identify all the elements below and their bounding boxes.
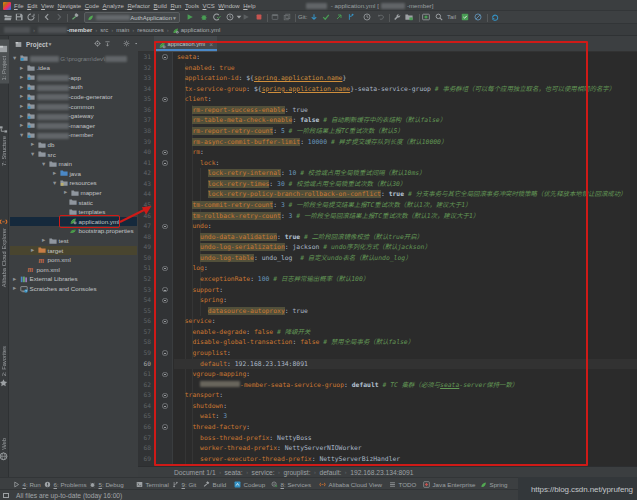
git-update-icon[interactable]	[310, 11, 318, 23]
menu-edit[interactable]: Edit	[27, 3, 37, 9]
code-line-37[interactable]: rm-table-meta-check-enable: false # 自动刷新…	[174, 115, 637, 126]
chevron-collapsed-icon[interactable]: ▸	[20, 92, 23, 100]
chevron-expanded-icon[interactable]: ▾	[53, 179, 56, 187]
tree-item-main[interactable]: ▾main	[10, 159, 138, 169]
tree-item-test[interactable]: ▸test	[10, 236, 138, 246]
back-arrow-icon[interactable]	[43, 11, 51, 23]
tree-item-external-libraries[interactable]: ▸External Libraries	[10, 274, 138, 284]
stripe-alibaba-cloud-explorer[interactable]: Alibaba Cloud Explorer	[0, 212, 9, 290]
tool-folder-icon[interactable]	[405, 11, 413, 23]
fold-marker-icon[interactable]	[162, 224, 168, 230]
breadcrumb-item[interactable]	[4, 27, 30, 33]
tree-item-mapper[interactable]: ▸mapper	[10, 188, 138, 198]
code-line-48[interactable]: undo-data-validation: true # 二阶段回滚镜像校验（默…	[174, 232, 637, 243]
code-line-36[interactable]: rm-report-success-enable: true	[174, 105, 637, 116]
code-line-54[interactable]: spring:	[174, 295, 637, 306]
chevron-collapsed-icon[interactable]: ▸	[13, 284, 16, 292]
locate-target-icon[interactable]	[94, 40, 101, 47]
code-line-53[interactable]: support:	[174, 285, 637, 296]
menu-build[interactable]: Build	[154, 3, 167, 9]
menu-navigate[interactable]: Navigate	[57, 3, 81, 9]
tree-item--app[interactable]: ▸-app	[10, 73, 138, 83]
fold-marker-icon[interactable]	[162, 319, 168, 325]
chevron-expanded-icon[interactable]: ▾	[20, 131, 23, 139]
tree-item--auth[interactable]: ▸-auth	[10, 82, 138, 92]
code-line-62[interactable]: -member-seata-service-gruop: default # T…	[174, 380, 637, 391]
code-line-60[interactable]: default: 192.168.23.134:8091	[174, 359, 637, 370]
git-commit-icon[interactable]	[322, 11, 330, 23]
stripe-7-structure[interactable]: 7: Structure	[0, 120, 9, 169]
code-line-34[interactable]: tx-service-group: ${spring.application.n…	[174, 84, 637, 95]
fold-marker-icon[interactable]	[162, 298, 168, 304]
tree-item--member[interactable]: ▾-member	[10, 130, 138, 140]
chevron-collapsed-icon[interactable]: ▸	[13, 275, 16, 283]
code-line-65[interactable]: wait: 3	[174, 411, 637, 422]
code-line-47[interactable]: undo:	[174, 221, 637, 232]
tree-item-root[interactable]: ▾ G:\program\dev\	[10, 54, 138, 64]
toolwindows-toggle-icon[interactable]	[3, 493, 9, 498]
chevron-collapsed-icon[interactable]: ▸	[20, 73, 23, 81]
terminal-run-icon[interactable]	[422, 11, 430, 23]
run-disabled-icon[interactable]	[242, 11, 250, 23]
copy-tool-icon[interactable]	[283, 11, 291, 23]
code-line-41[interactable]: lock:	[174, 158, 637, 169]
editor-breadcrumb-item[interactable]: default:	[319, 469, 341, 476]
tree-item-resources[interactable]: ▾resources	[10, 178, 138, 188]
fold-marker-icon[interactable]	[162, 97, 168, 103]
code-line-39[interactable]: rm-async-commit-buffer-limit: 10000 # 异步…	[174, 137, 637, 148]
fold-marker-icon[interactable]	[162, 266, 168, 272]
tree-item-pom.xml[interactable]: mpom.xml	[10, 265, 138, 275]
tree-item-.idea[interactable]: ▸.idea	[10, 63, 138, 73]
chevron-expanded-icon[interactable]: ▾	[42, 160, 45, 168]
menu-vcs[interactable]: VCS	[202, 3, 214, 9]
code-line-33[interactable]: application-id: ${spring.application.nam…	[174, 73, 637, 84]
breadcrumb-item[interactable]: -member	[38, 27, 92, 33]
fold-marker-icon[interactable]	[162, 372, 168, 378]
collapse-all-icon[interactable]	[104, 40, 111, 47]
forward-arrow-icon[interactable]	[55, 11, 63, 23]
tree-item--common[interactable]: ▸-common	[10, 102, 138, 112]
code-line-52[interactable]: exceptionRate: 100 # 日志异常输出概率（默认100）	[174, 274, 637, 285]
code-line-68[interactable]: worker-thread-prefix: NettyServerNIOWork…	[174, 443, 637, 454]
fold-marker-icon[interactable]	[162, 287, 168, 293]
tree-item--gateway[interactable]: ▸-gateway	[10, 111, 138, 121]
code-line-50[interactable]: undo-log-table: undo_log # 自定义undo表名（默认u…	[174, 253, 637, 264]
fold-marker-icon[interactable]	[162, 350, 168, 356]
breadcrumb-item[interactable]: main	[116, 27, 129, 33]
menu-file[interactable]: File	[14, 3, 24, 9]
code-line-43[interactable]: lock-retry-times: 30 # 校验或占用全局锁重试次数（默认30…	[174, 179, 637, 190]
code-line-61[interactable]: vgroup-mapping:	[174, 369, 637, 380]
code-line-55[interactable]: datasource-autoproxy: true	[174, 306, 637, 317]
blocked-icon[interactable]	[474, 11, 482, 23]
hide-panel-icon[interactable]	[134, 40, 138, 47]
chevron-collapsed-icon[interactable]: ▸	[64, 188, 67, 196]
chevron-collapsed-icon[interactable]: ▸	[53, 169, 56, 177]
open-icon[interactable]	[4, 11, 12, 23]
chevron-collapsed-icon[interactable]: ▸	[42, 236, 45, 244]
tree-item--manager[interactable]: ▸-manager	[10, 121, 138, 131]
menu-refactor[interactable]: Refactor	[127, 3, 150, 9]
chevron-collapsed-icon[interactable]: ▸	[20, 83, 23, 91]
code-line-56[interactable]: service:	[174, 316, 637, 327]
breadcrumb-item[interactable]: src	[100, 27, 108, 33]
restart-blue-icon[interactable]	[491, 11, 499, 23]
code-line-67[interactable]: boss-thread-prefix: NettyBoss	[174, 433, 637, 444]
grid-green-icon[interactable]	[461, 11, 469, 23]
stripe-1-project[interactable]: 1: Project	[0, 40, 9, 84]
editor-breadcrumb-item[interactable]: service:	[252, 469, 275, 476]
history-icon[interactable]	[363, 11, 371, 23]
code-line-64[interactable]: shutdown:	[174, 401, 637, 412]
breadcrumb-item[interactable]: application.yml	[172, 27, 221, 34]
code-line-69[interactable]: server-executor-thread-prefix: NettyServ…	[174, 454, 637, 465]
code-line-38[interactable]: rm-report-retry-count: 5 # 一阶段结果上报TC重试次数…	[174, 126, 637, 137]
tree-item-static[interactable]: static	[10, 198, 138, 208]
run-configuration-combo[interactable]: AuthApplication▼	[84, 12, 180, 23]
code-line-32[interactable]: enabled: true	[174, 63, 637, 74]
tree-item-db[interactable]: ▸db	[10, 140, 138, 150]
tree-item-target[interactable]: ▸target	[10, 246, 138, 256]
fold-marker-icon[interactable]	[162, 160, 168, 166]
tree-item-pom.xml[interactable]: mpom.xml	[10, 255, 138, 265]
code-line-57[interactable]: enable-degrade: false # 降级开关	[174, 327, 637, 338]
git-branch-icon[interactable]	[347, 11, 355, 23]
editor-breadcrumb-item[interactable]: seata:	[224, 469, 242, 476]
